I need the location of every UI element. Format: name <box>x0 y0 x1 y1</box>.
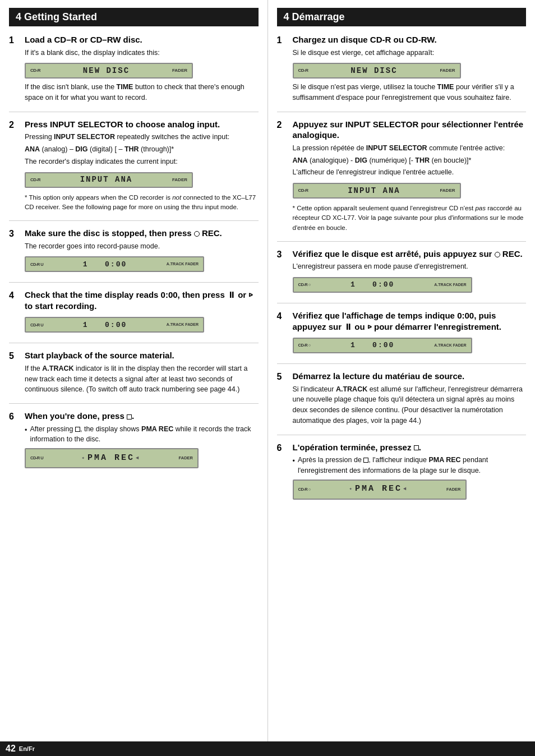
left-step-3: 3 Make sure the disc is stopped, then pr… <box>9 228 259 283</box>
step-number: 4 <box>9 289 21 336</box>
step-body: Si le disque est vierge, cet affichage a… <box>293 48 527 103</box>
step-title: Appuyez sur INPUT SELECTOR pour sélectio… <box>293 119 527 141</box>
page-footer: 42 En/Fr <box>0 741 535 756</box>
step-number: 5 <box>277 371 289 428</box>
lcd-pma-rec-right: CD-R ○ ✦ PMA REC ◄ FADER <box>293 480 467 500</box>
step-body: Pressing INPUT SELECTOR repeatedly switc… <box>25 132 259 212</box>
left-step-5: 5 Start playback of the source material.… <box>9 350 259 404</box>
step-body: CD-R ○ 1 0:00 A.TRACK FADER <box>293 334 527 357</box>
lcd-pma-rec-left: CD-R U ✦ PMA REC ◄ FADER <box>25 448 199 468</box>
step-body: CD-R U 1 0:00 A.TRACK FADER <box>25 314 259 336</box>
step-content: Chargez un disque CD-R ou CD-RW. Si le d… <box>293 34 527 105</box>
step-title: Make sure the disc is stopped, then pres… <box>25 228 259 239</box>
step-content: Start playback of the source material. I… <box>25 350 259 397</box>
step-number: 1 <box>277 34 289 105</box>
step-content: Press INPUT SELECTOR to choose analog in… <box>25 119 259 214</box>
lcd-input-ana-left: CD-R INPUT ANA FADER <box>25 172 193 188</box>
step-title: L'opération terminée, pressez . <box>293 442 527 453</box>
left-step-2: 2 Press INPUT SELECTOR to choose analog … <box>9 119 259 221</box>
left-step-1: 1 Load a CD–R or CD–RW disc. If it's a b… <box>9 34 259 112</box>
step-body: • After pressing , the display shows PMA… <box>25 424 259 472</box>
step-content: Check that the time display reads 0:00, … <box>25 289 259 336</box>
step-title: Load a CD–R or CD–RW disc. <box>25 34 259 45</box>
step-body: • Après la pression de , l'afficheur ind… <box>293 455 527 503</box>
step-title: When you're done, press . <box>25 411 259 422</box>
left-column: 4 Getting Started 1 Load a CD–R or CD–RW… <box>0 0 268 741</box>
step-content: Make sure the disc is stopped, then pres… <box>25 228 259 275</box>
step-body: If it's a blank disc, the display indica… <box>25 48 259 103</box>
step-number: 4 <box>277 310 289 357</box>
step-number: 3 <box>9 228 21 275</box>
right-column: 4 Démarrage 1 Chargez un disque CD-R ou … <box>268 0 536 741</box>
left-step-4: 4 Check that the time display reads 0:00… <box>9 289 259 343</box>
step-number: 2 <box>277 119 289 234</box>
page-number: 42 <box>6 744 16 754</box>
step-number: 5 <box>9 350 21 397</box>
step-number: 1 <box>9 34 21 105</box>
step-title: Chargez un disque CD-R ou CD-RW. <box>293 34 527 45</box>
step-title: Check that the time display reads 0:00, … <box>25 289 259 311</box>
step-title: Vérifiez que le disque est arrêté, puis … <box>293 248 527 260</box>
step-body: If the A.TRACK indicator is lit in the d… <box>25 363 259 395</box>
step-content: L'opération terminée, pressez . • Après … <box>293 442 527 503</box>
right-step-5: 5 Démarrez la lecture du matériau de sou… <box>277 371 527 435</box>
step-title: Démarrez la lecture du matériau de sourc… <box>293 371 527 382</box>
lcd-new-disc-right: CD-R NEW DISC FADER <box>293 63 461 79</box>
step-number: 2 <box>9 119 21 214</box>
step-content: Démarrez la lecture du matériau de sourc… <box>293 371 527 428</box>
step-number: 3 <box>277 248 289 296</box>
right-step-3: 3 Vérifiez que le disque est arrêté, pui… <box>277 248 527 303</box>
step-content: Vérifiez que le disque est arrêté, puis … <box>293 248 527 296</box>
lcd-recording-right: CD-R ○ 1 0:00 A.TRACK FADER <box>293 338 472 353</box>
lang-label: En/Fr <box>19 745 35 752</box>
step-title: Vérifiez que l'affichage de temps indiqu… <box>293 310 527 332</box>
right-step-6: 6 L'opération terminée, pressez . • Aprè… <box>277 442 527 510</box>
step-number: 6 <box>9 411 21 472</box>
step-body: The recorder goes into record-pause mode… <box>25 241 259 276</box>
right-step-2: 2 Appuyez sur INPUT SELECTOR pour sélect… <box>277 119 527 242</box>
left-section-header: 4 Getting Started <box>9 8 259 26</box>
step-number: 6 <box>277 442 289 503</box>
step-content: Vérifiez que l'affichage de temps indiqu… <box>293 310 527 357</box>
step-body: L'enregistreur passera en mode pause d'e… <box>293 261 527 296</box>
left-step-6: 6 When you're done, press . • After pres… <box>9 411 259 478</box>
step-content: Appuyez sur INPUT SELECTOR pour sélectio… <box>293 119 527 234</box>
lcd-input-ana-right: CD-R INPUT ANA FADER <box>293 183 461 199</box>
lcd-rec-pause-right: CD-R ○ 1 0:00 A.TRACK FADER <box>293 277 472 293</box>
step-content: Load a CD–R or CD–RW disc. If it's a bla… <box>25 34 259 105</box>
step-body: La pression répétée de INPUT SELECTOR co… <box>293 143 527 233</box>
step-title: Press INPUT SELECTOR to choose analog in… <box>25 119 259 130</box>
right-section-header: 4 Démarrage <box>277 8 527 26</box>
lcd-new-disc-left: CD-R NEW DISC FADER <box>25 63 193 79</box>
right-step-1: 1 Chargez un disque CD-R ou CD-RW. Si le… <box>277 34 527 112</box>
step-body: Si l'indicateur A.TRACK est allumé sur l… <box>293 384 527 426</box>
step-title: Start playback of the source material. <box>25 350 259 361</box>
lcd-rec-pause-left: CD-R U 1 0:00 A.TRACK FADER <box>25 256 204 272</box>
right-step-4: 4 Vérifiez que l'affichage de temps indi… <box>277 310 527 364</box>
lcd-recording-left: CD-R U 1 0:00 A.TRACK FADER <box>25 317 204 333</box>
step-content: When you're done, press . • After pressi… <box>25 411 259 472</box>
